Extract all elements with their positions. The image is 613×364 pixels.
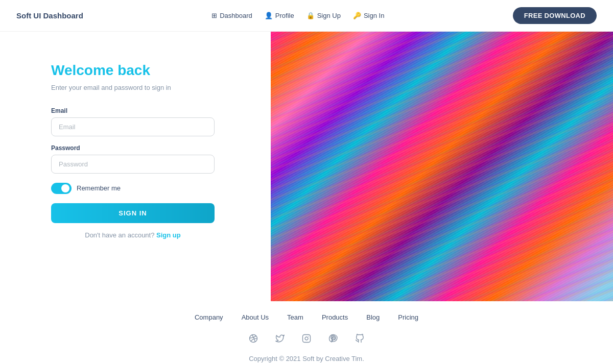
signin-button[interactable]: SIGN IN [51,203,215,223]
signup-prompt: Don't have an account? Sign up [51,231,215,239]
nav-links: ⊞ Dashboard 👤 Profile 🔒 Sign Up 🔑 Sign I… [211,12,384,19]
password-group: Password [51,144,215,174]
wave-overlay [271,32,613,301]
brand-logo: Soft UI Dashboard [16,11,83,20]
remember-toggle[interactable] [51,183,72,194]
footer-link-pricing[interactable]: Pricing [398,313,418,321]
email-input[interactable] [51,117,215,136]
nav-signup[interactable]: 🔒 Sign Up [306,12,341,19]
footer-link-products[interactable]: Products [322,313,348,321]
footer-link-about[interactable]: About Us [242,313,269,321]
github-icon[interactable] [352,331,367,346]
free-download-button[interactable]: FREE DOWNLOAD [513,7,597,24]
toggle-slider [51,183,72,194]
footer: Company About Us Team Products Blog Pric… [0,301,613,364]
dashboard-icon: ⊞ [211,12,217,19]
footer-link-company[interactable]: Company [195,313,223,321]
profile-icon: 👤 [265,12,273,19]
footer-link-team[interactable]: Team [287,313,303,321]
nav-profile[interactable]: 👤 Profile [265,12,294,19]
nav-signin[interactable]: 🔑 Sign In [353,12,384,19]
footer-links: Company About Us Team Products Blog Pric… [0,313,613,321]
password-label: Password [51,144,215,152]
form-panel: Welcome back Enter your email and passwo… [0,32,271,301]
signup-link[interactable]: Sign up [156,231,181,239]
form-container: Welcome back Enter your email and passwo… [51,62,215,239]
welcome-subtitle: Enter your email and password to sign in [51,83,215,93]
footer-social [0,331,613,346]
pinterest-icon[interactable] [326,331,340,346]
instagram-icon[interactable] [299,331,314,346]
svg-rect-1 [303,335,311,343]
twitter-icon[interactable] [273,331,287,346]
nav-dashboard[interactable]: ⊞ Dashboard [211,12,252,19]
signup-icon: 🔒 [306,12,315,19]
copyright-text: Copyright © 2021 Soft by Creative Tim. [0,355,613,362]
hero-image-panel [271,32,613,301]
navbar: Soft UI Dashboard ⊞ Dashboard 👤 Profile … [0,0,613,32]
welcome-title: Welcome back [51,62,215,79]
key-icon: 🔑 [353,12,361,19]
email-label: Email [51,107,215,114]
remember-label: Remember me [77,184,121,192]
footer-link-blog[interactable]: Blog [366,313,380,321]
dribbble-icon[interactable] [246,331,261,346]
password-input[interactable] [51,155,215,174]
remember-row: Remember me [51,183,215,194]
email-group: Email [51,107,215,136]
main-layout: Welcome back Enter your email and passwo… [0,32,613,301]
